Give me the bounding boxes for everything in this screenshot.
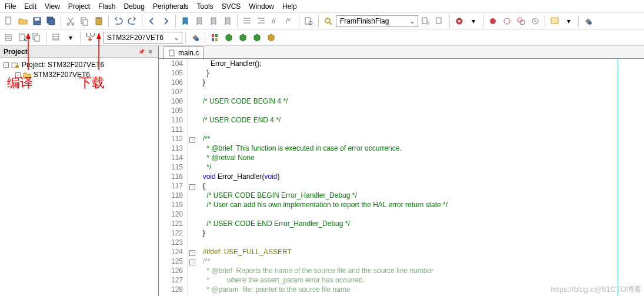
fold-gutter[interactable] bbox=[188, 191, 196, 200]
menu-svcs[interactable]: SVCS bbox=[222, 2, 241, 11]
code-line[interactable]: 107 bbox=[159, 87, 644, 97]
fold-gutter[interactable] bbox=[188, 153, 196, 162]
bp-disable-icon[interactable] bbox=[500, 15, 513, 28]
menu-tools[interactable]: Tools bbox=[197, 2, 213, 11]
bp-kill-all-icon[interactable] bbox=[529, 15, 542, 28]
close-icon[interactable]: ✕ bbox=[146, 48, 155, 56]
code-line[interactable]: 113 * @brief This function is executed i… bbox=[159, 144, 644, 153]
code-line[interactable]: 106 } bbox=[159, 78, 644, 87]
manage-icon[interactable] bbox=[208, 31, 221, 44]
code-line[interactable]: 111 bbox=[159, 125, 644, 134]
fold-gutter[interactable] bbox=[188, 97, 196, 106]
code-line[interactable]: 120 bbox=[159, 209, 644, 219]
pack-green2-icon[interactable] bbox=[236, 31, 249, 44]
nav-fwd-icon[interactable] bbox=[159, 15, 172, 28]
stop-build-icon[interactable]: ▾ bbox=[64, 31, 77, 44]
search-combo[interactable]: FramFinishFlag⌄ bbox=[336, 15, 418, 27]
menu-edit[interactable]: Edit bbox=[24, 2, 36, 11]
code-line[interactable]: 116 void Error_Handler(void) bbox=[159, 172, 644, 181]
pin-icon[interactable]: 📌 bbox=[137, 48, 145, 56]
fold-gutter[interactable] bbox=[188, 59, 196, 68]
uncomment-icon[interactable]: /* bbox=[283, 15, 296, 28]
code-line[interactable]: 105 } bbox=[159, 68, 644, 78]
fold-gutter[interactable] bbox=[188, 238, 196, 247]
indent-icon[interactable] bbox=[241, 15, 253, 28]
rebuild-icon[interactable] bbox=[31, 31, 44, 44]
bookmark-clear-icon[interactable] bbox=[221, 15, 234, 28]
tree-child[interactable]: + STM32F207VET6 bbox=[4, 70, 155, 80]
nav-back-icon[interactable] bbox=[145, 15, 158, 28]
code-line[interactable]: 108 /* USER CODE BEGIN 4 */ bbox=[159, 97, 644, 106]
tree-root[interactable]: − Project: STM32F207VET6 bbox=[4, 60, 155, 70]
fold-gutter[interactable] bbox=[188, 181, 196, 191]
editor-tab[interactable]: main.c bbox=[163, 46, 204, 58]
comment-icon[interactable]: // bbox=[269, 15, 282, 28]
find-icon[interactable] bbox=[322, 15, 335, 28]
menu-file[interactable]: File bbox=[5, 2, 16, 11]
target-combo[interactable]: STM32F207VET6⌄ bbox=[103, 32, 182, 44]
code-line[interactable]: 117 { bbox=[159, 181, 644, 191]
bp-insert-icon[interactable] bbox=[486, 15, 499, 28]
redo-icon[interactable] bbox=[126, 15, 139, 28]
debug-dropdown-icon[interactable]: ▾ bbox=[467, 15, 480, 28]
project-tree[interactable]: − Project: STM32F207VET6 + STM32F207VET6 bbox=[0, 58, 158, 82]
copy-icon[interactable] bbox=[78, 15, 91, 28]
cut-icon[interactable] bbox=[64, 15, 77, 28]
paste-icon[interactable] bbox=[92, 15, 105, 28]
code-line[interactable]: 119 /* User can add his own implementati… bbox=[159, 200, 644, 209]
undo-icon[interactable] bbox=[112, 15, 125, 28]
bookmark-next-icon[interactable] bbox=[207, 15, 220, 28]
save-all-icon[interactable] bbox=[45, 15, 58, 28]
config-icon[interactable] bbox=[582, 15, 595, 28]
batch-build-icon[interactable] bbox=[50, 31, 63, 44]
fold-gutter[interactable] bbox=[188, 200, 196, 209]
download-load-icon[interactable]: LOAD bbox=[84, 31, 96, 44]
code-line[interactable]: 124 #ifdef USE_FULL_ASSERT bbox=[159, 247, 644, 257]
fold-gutter[interactable] bbox=[188, 209, 196, 219]
new-file-icon[interactable] bbox=[2, 15, 15, 28]
code-line[interactable]: 104 Error_Handler(); bbox=[159, 59, 644, 68]
fold-gutter[interactable] bbox=[188, 106, 196, 115]
pack-green3-icon[interactable] bbox=[251, 31, 263, 44]
fold-gutter[interactable] bbox=[188, 266, 196, 275]
code-line[interactable]: 114 * @retval None bbox=[159, 153, 644, 162]
code-editor[interactable]: 104 Error_Handler();105 }106 }107108 /* … bbox=[159, 59, 644, 296]
fold-gutter[interactable] bbox=[188, 228, 196, 238]
find-files-icon[interactable] bbox=[302, 15, 315, 28]
code-line[interactable]: 123 bbox=[159, 238, 644, 247]
menu-peripherals[interactable]: Peripherals bbox=[153, 2, 189, 11]
code-line[interactable]: 118 /* USER CODE BEGIN Error_Handler_Deb… bbox=[159, 191, 644, 200]
debug-icon[interactable] bbox=[453, 15, 466, 28]
open-icon[interactable] bbox=[16, 15, 29, 28]
code-line[interactable]: 121 /* USER CODE END Error_Handler_Debug… bbox=[159, 219, 644, 228]
fold-gutter[interactable] bbox=[188, 275, 196, 285]
fold-gutter[interactable] bbox=[188, 162, 196, 172]
build-icon[interactable] bbox=[16, 31, 29, 44]
pack-green-icon[interactable] bbox=[222, 31, 235, 44]
find-next-icon[interactable] bbox=[419, 15, 432, 28]
collapse-icon[interactable]: − bbox=[4, 62, 9, 68]
fold-gutter[interactable] bbox=[188, 125, 196, 134]
menu-view[interactable]: View bbox=[45, 2, 60, 11]
pack-yellow-icon[interactable] bbox=[265, 31, 278, 44]
fold-gutter[interactable] bbox=[188, 257, 196, 266]
window-dropdown-icon[interactable]: ▾ bbox=[562, 15, 575, 28]
code-line[interactable]: 112 /** bbox=[159, 134, 644, 144]
fold-gutter[interactable] bbox=[188, 68, 196, 78]
menu-flash[interactable]: Flash bbox=[98, 2, 115, 11]
fold-gutter[interactable] bbox=[188, 247, 196, 257]
bookmark-icon[interactable] bbox=[179, 15, 192, 28]
fold-gutter[interactable] bbox=[188, 219, 196, 228]
fold-gutter[interactable] bbox=[188, 115, 196, 125]
window-icon[interactable] bbox=[548, 15, 561, 28]
code-line[interactable]: 125 /** bbox=[159, 257, 644, 266]
fold-gutter[interactable] bbox=[188, 285, 196, 294]
bookmark-prev-icon[interactable] bbox=[193, 15, 206, 28]
find-prev-icon[interactable] bbox=[433, 15, 446, 28]
menu-help[interactable]: Help bbox=[282, 2, 297, 11]
menu-window[interactable]: Window bbox=[249, 2, 274, 11]
code-line[interactable]: 115 */ bbox=[159, 162, 644, 172]
options-icon[interactable] bbox=[189, 31, 202, 44]
expand-icon[interactable]: + bbox=[15, 72, 21, 78]
code-line[interactable]: 127 * where the assert_param error has o… bbox=[159, 275, 644, 285]
